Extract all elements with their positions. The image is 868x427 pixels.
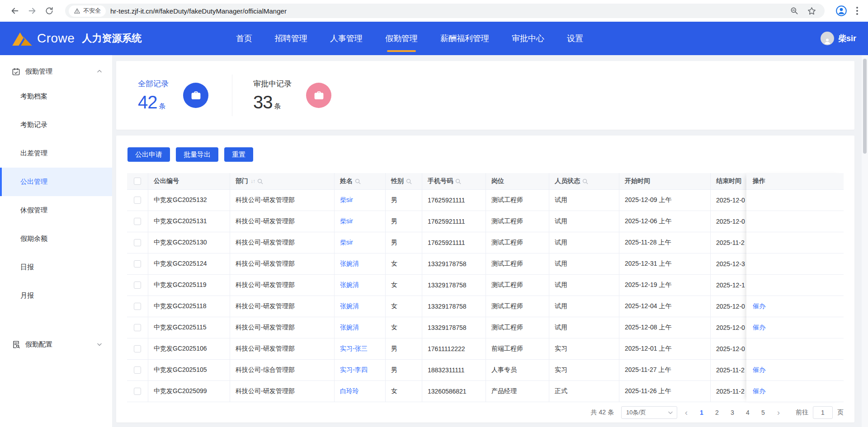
row-checkbox[interactable] — [134, 218, 141, 225]
row-checkbox[interactable] — [134, 388, 141, 395]
cell-status: 试用 — [549, 190, 619, 211]
sort-icon[interactable]: ↓↑ — [250, 178, 255, 184]
page-button-4[interactable]: 4 — [741, 406, 754, 419]
row-checkbox[interactable] — [134, 345, 141, 352]
row-checkbox[interactable] — [134, 324, 141, 331]
employee-name-link[interactable]: 张婉清 — [340, 324, 359, 332]
employee-name-link[interactable]: 柴sir — [340, 217, 353, 225]
employee-name-link[interactable]: 张婉清 — [340, 260, 359, 268]
page-size-select[interactable]: 10条/页 — [621, 406, 677, 419]
cell-gender: 女 — [386, 253, 422, 274]
cell-gender: 女 — [386, 296, 422, 317]
stat-label: 全部记录 — [138, 79, 169, 89]
nav-item-人事管理[interactable]: 人事管理 — [330, 22, 363, 55]
bookmark-star-icon[interactable] — [807, 6, 816, 16]
sidebar-item-休假管理[interactable]: 休假管理 — [0, 196, 112, 225]
warning-icon — [74, 8, 80, 14]
cell-start: 2025-11-27 上午 — [619, 360, 711, 380]
row-checkbox[interactable] — [134, 303, 141, 310]
employee-name-link[interactable]: 张婉清 — [340, 281, 359, 289]
page-scrollbar[interactable] — [862, 55, 868, 427]
toolbar-button-重置[interactable]: 重置 — [224, 147, 253, 162]
calendar-check-icon — [12, 67, 20, 76]
nav-item-招聘管理[interactable]: 招聘管理 — [275, 22, 307, 55]
nav-item-首页[interactable]: 首页 — [236, 22, 252, 55]
toolbar-button-批量导出[interactable]: 批量导出 — [176, 147, 218, 162]
next-page-button[interactable]: › — [772, 406, 785, 419]
brand-name: Crowe — [37, 31, 75, 46]
sidebar-item-公出管理[interactable]: 公出管理 — [0, 168, 112, 196]
search-icon[interactable] — [582, 178, 588, 184]
nav-item-设置[interactable]: 设置 — [567, 22, 583, 55]
browser-forward-icon[interactable] — [24, 2, 41, 19]
sidebar-item-考勤档案[interactable]: 考勤档案 — [0, 82, 112, 111]
toolbar-button-公出申请[interactable]: 公出申请 — [127, 147, 170, 162]
nav-item-薪酬福利管理[interactable]: 薪酬福利管理 — [440, 22, 489, 55]
cell-gender: 男 — [386, 338, 422, 359]
action-cell: 催办 — [746, 381, 844, 402]
sidebar-item-考勤记录[interactable]: 考勤记录 — [0, 111, 112, 139]
nav-item-假勤管理[interactable]: 假勤管理 — [385, 22, 418, 55]
sidebar-item-假期余额[interactable]: 假期余额 — [0, 225, 112, 253]
crowe-logo-icon — [12, 30, 33, 47]
select-all-checkbox[interactable] — [134, 178, 141, 185]
goto-page-input[interactable] — [813, 406, 833, 419]
sidebar-group-假勤管理[interactable]: 假勤管理 — [0, 61, 112, 82]
action-cell — [746, 232, 844, 253]
employee-name-link[interactable]: 实习-李四 — [340, 366, 368, 374]
sidebar-menu: 假勤管理考勤档案考勤记录出差管理公出管理休假管理假期余额日报月报假勤配置 — [0, 61, 112, 355]
urge-link[interactable]: 催办 — [753, 387, 765, 395]
urge-link[interactable]: 催办 — [753, 324, 765, 332]
cell-dept: 科技公司-研发管理部 — [230, 338, 335, 359]
page-button-5[interactable]: 5 — [757, 406, 769, 419]
browser-back-icon[interactable] — [6, 2, 24, 19]
chrome-profile-icon[interactable] — [835, 5, 847, 17]
cell-start: 2025-12-01 上午 — [619, 338, 711, 359]
search-icon[interactable] — [455, 178, 461, 184]
row-checkbox[interactable] — [134, 366, 141, 374]
urge-link[interactable]: 催办 — [753, 302, 765, 310]
row-checkbox[interactable] — [134, 239, 141, 246]
row-checkbox[interactable] — [134, 260, 141, 267]
sidebar-item-日报[interactable]: 日报 — [0, 253, 112, 282]
browser-chrome: 不安全 hr-test.zjf-it.cn/#/fakeDuty/fakeDut… — [0, 0, 868, 22]
row-checkbox[interactable] — [134, 197, 141, 204]
page-button-3[interactable]: 3 — [726, 406, 739, 419]
sidebar: 假勤管理考勤档案考勤记录出差管理公出管理休假管理假期余额日报月报假勤配置 — [0, 55, 112, 427]
zoom-out-icon[interactable] — [790, 6, 799, 15]
prev-page-button[interactable]: ‹ — [680, 406, 693, 419]
sidebar-item-月报[interactable]: 月报 — [0, 282, 112, 310]
cell-start: 2025-12-06 上午 — [619, 211, 711, 232]
search-icon[interactable] — [257, 178, 263, 184]
employee-name-link[interactable]: 实习-张三 — [340, 345, 368, 353]
security-chip[interactable]: 不安全 — [69, 5, 106, 17]
nav-item-审批中心[interactable]: 审批中心 — [512, 22, 544, 55]
sidebar-item-出差管理[interactable]: 出差管理 — [0, 139, 112, 168]
page-button-2[interactable]: 2 — [711, 406, 723, 419]
scrollbar-thumb[interactable] — [863, 59, 867, 154]
cell-name: 张婉清 — [335, 253, 386, 274]
cell-phone: 17625921111 — [422, 232, 486, 253]
url-bar[interactable]: 不安全 hr-test.zjf-it.cn/#/fakeDuty/fakeDut… — [65, 4, 825, 18]
cell-gender: 男 — [386, 232, 422, 253]
employee-name-link[interactable]: 白玲玲 — [340, 387, 359, 395]
employee-name-link[interactable]: 张婉清 — [340, 302, 359, 310]
sidebar-group-假勤配置[interactable]: 假勤配置 — [0, 333, 112, 355]
cell-dept: 科技公司-研发管理部 — [230, 296, 335, 317]
cell-end: 2025-12-0 — [711, 190, 746, 211]
page-button-1[interactable]: 1 — [695, 406, 708, 419]
cell-checkbox — [127, 360, 148, 380]
browser-refresh-icon[interactable] — [41, 2, 58, 19]
row-checkbox[interactable] — [134, 282, 141, 289]
table-row: 中竞发GC2025119科技公司-研发管理部张婉清女13329178758测试工… — [127, 275, 746, 296]
pagination-pages: 12345 — [695, 406, 769, 419]
urge-link[interactable]: 催办 — [753, 366, 765, 374]
url-text[interactable]: hr-test.zjf-it.cn/#/fakeDuty/fakeDutyMan… — [110, 7, 790, 15]
search-icon[interactable] — [406, 178, 412, 184]
employee-name-link[interactable]: 柴sir — [340, 196, 353, 204]
employee-name-link[interactable]: 柴sir — [340, 239, 353, 247]
main-nav: 首页招聘管理人事管理假勤管理薪酬福利管理审批中心设置 — [236, 22, 583, 55]
search-icon[interactable] — [355, 178, 361, 184]
appbar-user[interactable]: 柴sir — [821, 32, 856, 45]
chrome-menu-icon[interactable] — [854, 5, 860, 17]
